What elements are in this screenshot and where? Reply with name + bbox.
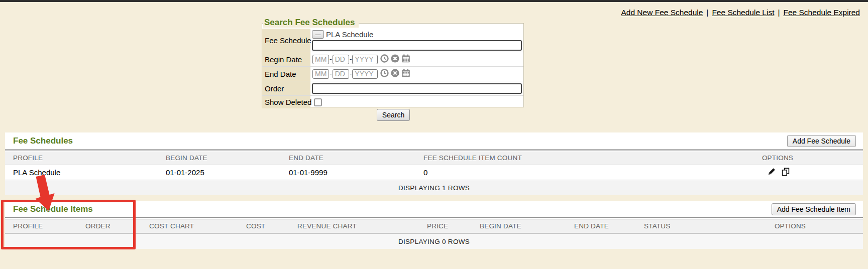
edit-row-button[interactable] bbox=[768, 168, 776, 177]
table-row: PLA Schedule 01-01-2025 01-01-9999 0 bbox=[5, 165, 863, 180]
fee-schedule-label: Fee Schedule bbox=[262, 29, 310, 52]
link-fee-schedule-list[interactable]: Fee Schedule List bbox=[712, 8, 774, 17]
link-fee-schedule-expired[interactable]: Fee Schedule Expired bbox=[783, 8, 860, 17]
column-header: ORDER bbox=[85, 222, 149, 230]
cell-end-date: 01-01-9999 bbox=[289, 168, 423, 177]
copy-icon bbox=[781, 168, 790, 178]
column-header: COST CHART bbox=[149, 222, 246, 230]
order-label: Order bbox=[262, 81, 310, 95]
circle-x-icon bbox=[391, 69, 399, 79]
column-header: REVENUE CHART bbox=[297, 222, 427, 230]
column-header: BEGIN DATE bbox=[480, 222, 574, 230]
table-footer: DISPLAYING 1 ROWS bbox=[5, 180, 863, 195]
begin-date-month-input[interactable] bbox=[312, 55, 329, 64]
cell-item-count: 0 bbox=[423, 168, 692, 177]
show-deleted-label: Show Deleted bbox=[262, 96, 310, 108]
top-border bbox=[0, 0, 868, 2]
link-separator: | bbox=[778, 8, 780, 17]
end-date-clear-button[interactable] bbox=[391, 69, 399, 79]
table-footer: DISPLAYING 0 ROWS bbox=[5, 234, 863, 249]
end-date-value-area: - - bbox=[310, 67, 523, 81]
fee-schedule-items-header: Fee Schedule Items Add Fee Schedule Item bbox=[5, 201, 863, 217]
clock-icon bbox=[380, 54, 389, 64]
calendar-icon bbox=[401, 69, 410, 79]
column-header: OPTIONS bbox=[692, 154, 863, 162]
order-value-area bbox=[310, 81, 523, 95]
fee-schedule-items-section: Fee Schedule Items Add Fee Schedule Item… bbox=[5, 201, 863, 249]
end-date-year-input[interactable] bbox=[352, 69, 378, 79]
section-title: Fee Schedule Items bbox=[13, 204, 93, 214]
add-fee-schedule-item-button[interactable]: Add Fee Schedule Item bbox=[772, 203, 856, 215]
end-date-label: End Date bbox=[262, 67, 310, 81]
show-deleted-field-row: Show Deleted bbox=[262, 95, 523, 108]
date-separator: - bbox=[350, 55, 352, 63]
fee-schedule-items-table-header: PROFILEORDERCOST CHARTCOSTREVENUE CHARTP… bbox=[5, 219, 863, 234]
column-header: PRICE bbox=[427, 222, 480, 230]
begin-date-day-input[interactable] bbox=[333, 55, 349, 64]
column-header: PROFILE bbox=[5, 154, 166, 162]
cell-options bbox=[692, 168, 863, 178]
column-header: STATUS bbox=[644, 222, 717, 230]
fee-schedule-value-area: — PLA Schedule bbox=[310, 29, 523, 52]
begin-date-label: Begin Date bbox=[262, 52, 310, 66]
circle-x-icon bbox=[391, 54, 399, 64]
column-header: BEGIN DATE bbox=[166, 154, 289, 162]
order-input[interactable] bbox=[312, 83, 522, 94]
fee-schedule-input[interactable] bbox=[312, 40, 522, 51]
search-fee-schedules-panel: Search Fee Schedules Fee Schedule — PLA … bbox=[262, 23, 524, 107]
quick-links: Add New Fee Schedule|Fee Schedule List|F… bbox=[621, 8, 860, 17]
cell-profile: PLA Schedule bbox=[5, 168, 166, 177]
date-separator: - bbox=[330, 70, 332, 78]
date-separator: - bbox=[350, 70, 352, 78]
selected-fee-schedule: — PLA Schedule bbox=[312, 29, 373, 40]
column-header: END DATE bbox=[289, 154, 423, 162]
clock-icon bbox=[380, 69, 389, 79]
remove-selected-button[interactable]: — bbox=[312, 30, 324, 39]
end-date-month-input[interactable] bbox=[312, 69, 329, 79]
column-header: END DATE bbox=[574, 222, 644, 230]
order-field-row: Order bbox=[262, 81, 523, 95]
section-title: Fee Schedules bbox=[13, 136, 73, 146]
panel-legend: Search Fee Schedules bbox=[263, 18, 359, 28]
show-deleted-value-area bbox=[310, 96, 523, 108]
page: Add New Fee Schedule|Fee Schedule List|F… bbox=[0, 0, 868, 269]
cell-begin-date: 01-01-2025 bbox=[166, 168, 289, 177]
selected-fee-schedule-label: PLA Schedule bbox=[326, 30, 373, 39]
end-date-day-input[interactable] bbox=[333, 69, 349, 79]
date-separator: - bbox=[330, 55, 332, 63]
column-header: PROFILE bbox=[5, 222, 85, 230]
show-deleted-checkbox[interactable] bbox=[314, 98, 322, 106]
column-header: OPTIONS bbox=[717, 222, 863, 230]
end-date-time-button[interactable] bbox=[380, 69, 389, 79]
column-header: COST bbox=[246, 222, 297, 230]
fee-schedules-section: Fee Schedules Add Fee Schedule PROFILEBE… bbox=[5, 132, 863, 195]
begin-date-calendar-button[interactable] bbox=[401, 54, 410, 64]
begin-date-clear-button[interactable] bbox=[391, 54, 399, 64]
calendar-icon bbox=[401, 54, 410, 64]
fee-schedules-header: Fee Schedules Add Fee Schedule bbox=[5, 132, 863, 149]
search-button[interactable]: Search bbox=[377, 109, 410, 121]
begin-date-time-button[interactable] bbox=[380, 54, 389, 64]
begin-date-field-row: Begin Date - - bbox=[262, 52, 523, 66]
pencil-icon bbox=[768, 168, 776, 177]
fee-schedule-field-row: Fee Schedule — PLA Schedule bbox=[262, 29, 523, 52]
end-date-calendar-button[interactable] bbox=[401, 69, 410, 79]
end-date-field-row: End Date - - bbox=[262, 66, 523, 81]
copy-row-button[interactable] bbox=[781, 168, 790, 178]
begin-date-year-input[interactable] bbox=[352, 55, 378, 64]
begin-date-value-area: - - bbox=[310, 52, 523, 66]
add-fee-schedule-button[interactable]: Add Fee Schedule bbox=[787, 135, 856, 147]
link-add-new-fee-schedule[interactable]: Add New Fee Schedule bbox=[621, 8, 703, 17]
link-separator: | bbox=[706, 8, 708, 17]
fee-schedules-table-header: PROFILEBEGIN DATEEND DATEFEE SCHEDULE IT… bbox=[5, 151, 863, 165]
column-header: FEE SCHEDULE ITEM COUNT bbox=[423, 154, 692, 162]
